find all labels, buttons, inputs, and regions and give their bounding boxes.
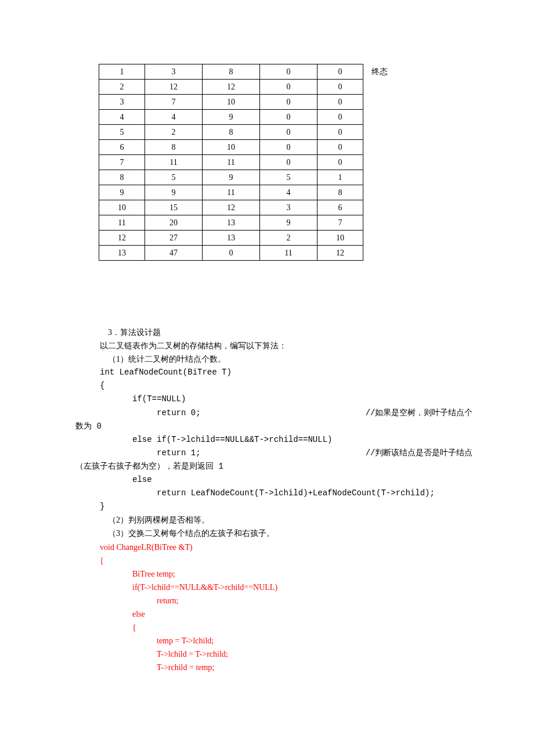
cell: 5 bbox=[99, 125, 145, 140]
cell: 12 bbox=[317, 246, 363, 261]
cell: 7 bbox=[99, 155, 145, 170]
cell: 0 bbox=[260, 95, 317, 110]
cell: 2 bbox=[260, 231, 317, 246]
code-line: return LeafNodeCount(T->lchild)+LeafNode… bbox=[75, 487, 459, 500]
q3-label: （3）交换二叉树每个结点的左孩子和右孩子。 bbox=[75, 527, 459, 540]
cell: 0 bbox=[317, 64, 363, 80]
code-line: int LeafNodeCount(BiTree T) bbox=[75, 366, 459, 379]
cell: 11 bbox=[203, 155, 260, 170]
code-comment: //如果是空树，则叶子结点个 bbox=[201, 406, 473, 420]
table-row: 991148 bbox=[99, 185, 363, 200]
cell: 47 bbox=[145, 246, 203, 261]
data-table: 13800 2121200 371000 44900 52800 681000 … bbox=[99, 64, 363, 261]
cell: 0 bbox=[260, 140, 317, 155]
table-row: 371000 bbox=[99, 95, 363, 110]
code-line: return 1;//判断该结点是否是叶子结点 bbox=[75, 447, 459, 460]
table-row: 122713210 bbox=[99, 231, 363, 246]
cell: 11 bbox=[203, 185, 260, 200]
cell: 2 bbox=[145, 125, 203, 140]
table-row: 134701112 bbox=[99, 246, 363, 261]
code-line: { bbox=[75, 379, 459, 393]
cell: 9 bbox=[260, 215, 317, 231]
code-text: return 1; bbox=[157, 448, 201, 458]
cell: 0 bbox=[317, 155, 363, 170]
cell: 0 bbox=[317, 125, 363, 140]
cell: 10 bbox=[317, 231, 363, 246]
cell: 20 bbox=[145, 215, 203, 231]
cell: 7 bbox=[317, 215, 363, 231]
cell: 9 bbox=[203, 170, 260, 185]
code-line: { bbox=[75, 554, 459, 567]
cell: 13 bbox=[99, 246, 145, 261]
cell: 4 bbox=[99, 110, 145, 125]
table-row: 10151236 bbox=[99, 200, 363, 215]
table-row: 52800 bbox=[99, 125, 363, 140]
code-comment: //判断该结点是否是叶子结点 bbox=[201, 447, 473, 460]
cell: 1 bbox=[317, 170, 363, 185]
code-line: T->rchild = temp; bbox=[75, 661, 459, 674]
cell: 0 bbox=[260, 110, 317, 125]
cell: 13 bbox=[203, 231, 260, 246]
cell: 5 bbox=[260, 170, 317, 185]
cell: 0 bbox=[260, 64, 317, 80]
cell: 5 bbox=[145, 170, 203, 185]
table-annotation: 终态 bbox=[371, 65, 388, 78]
text-content: 3．算法设计题 以二叉链表作为二叉树的存储结构，编写以下算法： （1）统计二叉树… bbox=[75, 326, 459, 674]
storage-desc: 以二叉链表作为二叉树的存储结构，编写以下算法： bbox=[75, 339, 459, 352]
code-line: 数为 0 bbox=[75, 420, 459, 433]
cell: 27 bbox=[145, 231, 203, 246]
table-row: 681000 bbox=[99, 140, 363, 155]
cell: 11 bbox=[99, 215, 145, 231]
table-row: 11201397 bbox=[99, 215, 363, 231]
cell: 0 bbox=[260, 80, 317, 95]
cell: 11 bbox=[260, 246, 317, 261]
code-text: return 0; bbox=[157, 408, 201, 417]
cell: 8 bbox=[317, 185, 363, 200]
cell: 12 bbox=[145, 80, 203, 95]
table-row: 85951 bbox=[99, 170, 363, 185]
cell: 0 bbox=[260, 125, 317, 140]
cell: 7 bbox=[145, 95, 203, 110]
code-line: if(T==NULL) bbox=[75, 393, 459, 406]
code-line: BiTree temp; bbox=[75, 567, 459, 581]
cell: 12 bbox=[203, 200, 260, 215]
cell: 2 bbox=[99, 80, 145, 95]
cell: 8 bbox=[145, 140, 203, 155]
cell: 0 bbox=[317, 95, 363, 110]
cell: 1 bbox=[99, 64, 145, 80]
cell: 0 bbox=[317, 110, 363, 125]
cell: 9 bbox=[99, 185, 145, 200]
cell: 4 bbox=[145, 110, 203, 125]
code-line: { bbox=[75, 621, 459, 634]
code-line: void ChangeLR(BiTree &T) bbox=[75, 541, 459, 554]
cell: 0 bbox=[317, 80, 363, 95]
cell: 12 bbox=[99, 231, 145, 246]
cell: 13 bbox=[203, 215, 260, 231]
cell: 10 bbox=[99, 200, 145, 215]
cell: 3 bbox=[99, 95, 145, 110]
code-line: else if(T->lchild==NULL&&T->rchild==NULL… bbox=[75, 433, 459, 447]
section-title: 3．算法设计题 bbox=[75, 326, 459, 339]
cell: 3 bbox=[145, 64, 203, 80]
cell: 11 bbox=[145, 155, 203, 170]
q2-label: （2）判别两棵树是否相等。 bbox=[75, 513, 459, 527]
table-row: 13800 bbox=[99, 64, 363, 80]
cell: 8 bbox=[203, 125, 260, 140]
code-line: return 0;//如果是空树，则叶子结点个 bbox=[75, 406, 459, 420]
cell: 0 bbox=[317, 140, 363, 155]
cell: 10 bbox=[203, 140, 260, 155]
cell: 6 bbox=[317, 200, 363, 215]
cell: 9 bbox=[145, 185, 203, 200]
cell: 4 bbox=[260, 185, 317, 200]
code-line: （左孩子右孩子都为空），若是则返回 1 bbox=[75, 460, 459, 473]
cell: 0 bbox=[203, 246, 260, 261]
code-line: temp = T->lchild; bbox=[75, 634, 459, 647]
code-line: else bbox=[75, 607, 459, 621]
cell: 6 bbox=[99, 140, 145, 155]
cell: 8 bbox=[203, 64, 260, 80]
code-line: T->lchild = T->rchild; bbox=[75, 647, 459, 661]
cell: 15 bbox=[145, 200, 203, 215]
table-row: 44900 bbox=[99, 110, 363, 125]
cell: 8 bbox=[99, 170, 145, 185]
table-row: 7111100 bbox=[99, 155, 363, 170]
